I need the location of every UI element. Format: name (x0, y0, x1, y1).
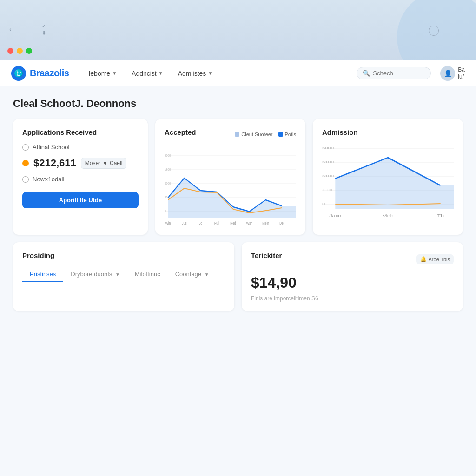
chart-legend: Cleut Suoteer Potis (235, 132, 296, 137)
svg-text:5000: 5000 (165, 153, 171, 157)
chevron-down-icon: ▼ (208, 71, 212, 76)
svg-text:Wsh: Wsh (246, 221, 252, 225)
chevron-down-icon: ▼ (159, 71, 163, 76)
minimize-button[interactable] (17, 48, 23, 54)
bell-icon: 🔔 (420, 256, 427, 262)
admission-card-title: Admission (322, 128, 454, 136)
maximize-button[interactable] (26, 48, 32, 54)
tab-drybore[interactable]: Drybore duonfs ▼ (63, 267, 127, 282)
admission-chart: Jaiin Meh Th 5000 5100 6100 1.00 0 (322, 144, 454, 218)
tab-chevron-icon: ▼ (115, 272, 120, 277)
svg-text:0: 0 (322, 202, 325, 206)
action-button[interactable]: Aporill Ite Utde (22, 192, 139, 208)
accepted-chart: Win Jus Jo Full Red Wsh Mein Det 5000 18… (165, 151, 296, 225)
accepted-card: Accepted Cleut Suoteer Potis (155, 119, 305, 235)
svg-text:400: 400 (165, 195, 169, 199)
svg-text:1.00: 1.00 (322, 188, 333, 192)
tab-bar: Pristinses Drybore duonfs ▼ Milottinuc C… (22, 267, 225, 282)
svg-text:Red: Red (230, 221, 236, 225)
nav-iebome[interactable]: Iebome ▼ (86, 68, 119, 79)
terickiter-card: Terickiter 🔔 Aroe 1bis $14,90 Finis are … (242, 242, 463, 311)
filter-icon: ▼ (102, 160, 108, 166)
legend-dot-1 (235, 132, 239, 137)
tracker-subtitle: Finis are imporcelitimen S6 (251, 295, 454, 302)
terickiter-card-title: Terickiter (251, 251, 282, 259)
admission-card: Admission (313, 119, 463, 235)
terickiter-card-header: Terickiter 🔔 Aroe 1bis (251, 251, 454, 267)
check-icon: ✓ (42, 23, 46, 29)
avatar-container[interactable]: 👤 Ba lu/ (440, 66, 465, 81)
legend-item-1: Cleut Suoteer (235, 132, 272, 137)
svg-marker-5 (168, 178, 296, 218)
radio-item-1: Atfinal School (22, 144, 139, 151)
svg-text:Meh: Meh (382, 213, 394, 218)
svg-text:0: 0 (165, 209, 166, 213)
svg-text:Mein: Mein (262, 221, 269, 225)
logo-icon: ⛎ (11, 66, 26, 81)
page-content: Cleal SchootJ. Deonnons Applications Rec… (0, 86, 476, 476)
chevron-down-icon: ▼ (112, 71, 117, 76)
svg-text:Jo: Jo (199, 221, 203, 225)
providing-card: Prosiding Pristinses Drybore duonfs ▼ Mi… (13, 242, 234, 311)
svg-text:Th: Th (437, 213, 444, 218)
mac-chrome: ‹ ✓ ⬇ (0, 0, 476, 60)
logo-text: Braazolis (30, 68, 69, 79)
nav-addncist[interactable]: Addncist ▼ (129, 68, 166, 79)
window-circle-btn[interactable] (429, 26, 439, 36)
amount-value: $212,611 (33, 157, 76, 169)
tab-pristinses[interactable]: Pristinses (22, 267, 63, 282)
tab-coontage[interactable]: Coontage ▼ (168, 267, 217, 282)
traffic-lights (7, 48, 32, 54)
download-icon: ⬇ (42, 30, 46, 36)
svg-text:5000: 5000 (322, 146, 334, 150)
tab-chevron-icon-2: ▼ (205, 272, 209, 277)
svg-text:Jus: Jus (182, 221, 186, 225)
search-input[interactable] (373, 70, 419, 77)
svg-text:Win: Win (165, 221, 171, 225)
radio-item-3: Now×1odali (22, 176, 139, 183)
legend-dot-2 (278, 132, 283, 137)
back-arrow: ‹ (9, 26, 12, 33)
svg-text:1800: 1800 (165, 167, 171, 171)
legend-item-2: Potis (278, 132, 296, 137)
tracker-badge[interactable]: 🔔 Aroe 1bis (416, 254, 454, 264)
filter-button[interactable]: Moser ▼ Caell (81, 158, 127, 169)
radio-circle-1[interactable] (22, 144, 29, 151)
bottom-row: Prosiding Pristinses Drybore duonfs ▼ Mi… (13, 242, 463, 311)
page-title: Cleal SchootJ. Deonnons (13, 98, 463, 110)
amount-row: $212,611 Moser ▼ Caell (22, 157, 139, 169)
logo-container[interactable]: ⛎ Braazolis (11, 66, 69, 81)
browser-window: ⛎ Braazolis Iebome ▼ Addncist ▼ Admiiste… (0, 60, 476, 476)
navbar: ⛎ Braazolis Iebome ▼ Addncist ▼ Admiiste… (0, 60, 476, 86)
svg-text:6100: 6100 (322, 174, 334, 178)
applications-card: Applications Received Atfinal School $21… (13, 119, 148, 235)
svg-text:Det: Det (279, 221, 284, 225)
search-icon: 🔍 (363, 70, 370, 77)
svg-text:Jaiin: Jaiin (329, 213, 341, 218)
tab-milottinuc[interactable]: Milottinuc (127, 267, 168, 282)
radio-group: Atfinal School (22, 144, 139, 151)
radio-circle-3[interactable] (22, 176, 29, 183)
tracker-amount: $14,90 (251, 274, 454, 291)
close-button[interactable] (7, 48, 13, 54)
accepted-card-title: Accepted (165, 128, 196, 136)
svg-text:Full: Full (214, 221, 219, 225)
top-cards-row: Applications Received Atfinal School $21… (13, 119, 463, 235)
applications-card-title: Applications Received (22, 128, 139, 136)
accepted-card-header: Accepted Cleut Suoteer Potis (165, 128, 296, 144)
nav-admiistes[interactable]: Admiistes ▼ (175, 68, 216, 79)
avatar-text: Ba lu/ (458, 66, 465, 80)
svg-text:2000: 2000 (165, 181, 171, 185)
radio-dot-active[interactable] (22, 160, 29, 166)
providing-card-title: Prosiding (22, 251, 225, 259)
search-box[interactable]: 🔍 (357, 67, 431, 79)
avatar: 👤 (440, 66, 455, 81)
svg-text:5100: 5100 (322, 160, 334, 164)
